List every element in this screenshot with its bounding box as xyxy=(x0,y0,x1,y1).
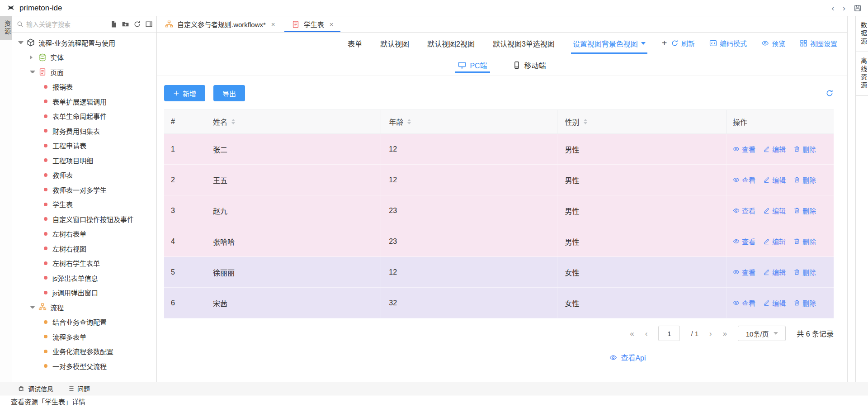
delete-row-button[interactable]: 删除 xyxy=(793,237,816,246)
caret-icon[interactable] xyxy=(30,55,35,60)
tree-item[interactable]: 业务化流程参数配置 xyxy=(12,344,156,359)
tree-group[interactable]: 页面 xyxy=(12,65,156,80)
edit-row-button[interactable]: 编辑 xyxy=(763,237,786,246)
delete-row-button[interactable]: 删除 xyxy=(793,267,816,277)
view-row-button[interactable]: 查看 xyxy=(733,298,755,308)
view-row-button[interactable]: 查看 xyxy=(733,237,755,246)
view-row-button[interactable]: 查看 xyxy=(733,175,755,185)
delete-row-button[interactable]: 删除 xyxy=(793,206,816,215)
tree-item[interactable]: 财务费用归集表 xyxy=(12,123,156,138)
close-icon[interactable]: × xyxy=(271,20,275,28)
tree-item[interactable]: 报销表 xyxy=(12,80,156,95)
delete-row-button[interactable]: 删除 xyxy=(793,175,816,185)
delete-row-button[interactable]: 删除 xyxy=(793,144,816,154)
close-icon[interactable]: × xyxy=(330,20,334,28)
prev-page-button[interactable]: ‹ xyxy=(645,330,648,337)
page-size-select[interactable]: 10条/页 xyxy=(738,326,786,341)
vertical-scrollbar[interactable] xyxy=(848,16,856,382)
edit-row-button[interactable]: 编辑 xyxy=(763,175,786,185)
tree-item[interactable]: 工程申请表 xyxy=(12,138,156,153)
sort-icons[interactable] xyxy=(231,119,235,124)
table-row[interactable]: 5 徐丽丽 12 女性 查看 编辑 删除 xyxy=(164,257,834,288)
save-icon[interactable] xyxy=(854,4,862,12)
view-tab[interactable]: 默认视图2视图 xyxy=(427,33,475,54)
table-row[interactable]: 1 张二 12 男性 查看 编辑 删除 xyxy=(164,134,834,165)
tree-root[interactable]: 流程-业务流程配置与使用 xyxy=(12,35,156,50)
tree-item[interactable]: js弹出表单信息 xyxy=(12,270,156,285)
view-row-button[interactable]: 查看 xyxy=(733,206,755,215)
cell-age: 23 xyxy=(381,195,557,226)
tree-group[interactable]: 实体 xyxy=(12,50,156,65)
bottom-toolbar-item[interactable]: 调试信息 xyxy=(18,384,53,393)
edit-row-button[interactable]: 编辑 xyxy=(763,206,786,215)
tree-item[interactable]: 表单扩展逻辑调用 xyxy=(12,94,156,109)
next-page-button[interactable]: › xyxy=(709,330,712,337)
view-api-link[interactable]: 查看Api xyxy=(293,352,868,363)
tree-item[interactable]: 教师表 xyxy=(12,168,156,183)
tree-item[interactable]: 学生表 xyxy=(12,197,156,212)
chevron-down-icon[interactable] xyxy=(641,42,646,45)
rail-tab-datasource[interactable]: 数据源 xyxy=(856,16,868,52)
view-tab[interactable]: 默认视图 xyxy=(380,33,409,54)
column-header-gender[interactable]: 性别 xyxy=(557,110,726,133)
view-action-button[interactable]: 视图设置 xyxy=(800,38,837,48)
device-option[interactable]: PC端 xyxy=(458,54,487,76)
add-button[interactable]: 新增 xyxy=(164,85,205,101)
history-back-icon[interactable]: ‹ xyxy=(831,4,834,12)
tree-item[interactable]: 结合业务查询配置 xyxy=(12,315,156,330)
doc-import-icon[interactable] xyxy=(110,20,118,28)
view-action-button[interactable]: 预览 xyxy=(761,38,785,48)
sort-icons[interactable] xyxy=(407,119,411,124)
first-page-button[interactable]: « xyxy=(630,330,634,337)
caret-down-icon[interactable] xyxy=(18,41,24,44)
bottom-toolbar-item[interactable]: 问题 xyxy=(67,384,90,393)
tree-item[interactable]: 自定义窗口操作按钮及事件 xyxy=(12,212,156,227)
editor-tab-label: 学生表 xyxy=(304,19,324,29)
view-action-button[interactable]: 编码模式 xyxy=(709,38,747,48)
tree-item[interactable]: 工程项目明细 xyxy=(12,153,156,168)
tree-item[interactable]: 表单生命周起事件 xyxy=(12,109,156,124)
tree-group[interactable]: 流程 xyxy=(12,300,156,315)
tree-item[interactable]: js调用弹出窗口 xyxy=(12,285,156,300)
edit-row-button[interactable]: 编辑 xyxy=(763,298,786,308)
view-tab[interactable]: 表单 xyxy=(348,33,362,54)
history-forward-icon[interactable]: › xyxy=(843,4,845,12)
editor-tab[interactable]: 自定义参与者规则.workflowx* × xyxy=(157,16,283,32)
sort-icons[interactable] xyxy=(584,119,587,124)
collapse-icon[interactable] xyxy=(145,20,153,28)
device-option[interactable]: 移动端 xyxy=(513,54,546,76)
table-row[interactable]: 6 宋茜 32 女性 查看 编辑 删除 xyxy=(164,288,834,318)
view-row-button[interactable]: 查看 xyxy=(733,267,755,277)
delete-row-button[interactable]: 删除 xyxy=(793,298,816,308)
tree-item[interactable]: 一对多模型父流程 xyxy=(12,359,156,374)
folder-icon[interactable] xyxy=(122,20,129,28)
tree-item[interactable]: 左树右表单 xyxy=(12,227,156,242)
view-tab[interactable]: 默认视图3单选视图 xyxy=(493,33,555,54)
page-number-input[interactable]: 1 xyxy=(658,326,680,341)
table-row[interactable]: 2 王五 12 男性 查看 编辑 删除 xyxy=(164,165,834,195)
last-page-button[interactable]: » xyxy=(723,330,727,337)
caret-icon[interactable] xyxy=(30,71,35,73)
view-action-button[interactable]: 刷新 xyxy=(671,38,695,48)
table-row[interactable]: 3 赵九 23 男性 查看 编辑 删除 xyxy=(164,195,834,226)
editor-tab[interactable]: 学生表 × xyxy=(283,16,342,32)
refresh-table-icon[interactable] xyxy=(826,89,834,97)
add-view-button[interactable]: + xyxy=(662,38,667,48)
view-tab[interactable]: 设置视图背景色视图 xyxy=(573,33,646,54)
caret-icon[interactable] xyxy=(30,306,35,308)
tree-item[interactable]: 教师表一对多学生 xyxy=(12,182,156,197)
refresh-gray-icon[interactable] xyxy=(133,20,141,28)
export-button[interactable]: 导出 xyxy=(213,85,245,101)
tree-item[interactable]: 左树右视图 xyxy=(12,241,156,256)
view-row-button[interactable]: 查看 xyxy=(733,144,755,154)
edit-row-button[interactable]: 编辑 xyxy=(763,267,786,277)
rail-tab-resources[interactable]: 资源 xyxy=(0,16,12,40)
search-input[interactable] xyxy=(26,21,107,28)
rail-tab-offline-resources[interactable]: 离线资源 xyxy=(856,52,868,96)
tree-item[interactable]: 左树右学生表单 xyxy=(12,256,156,271)
table-row[interactable]: 4 张哈哈 23 男性 查看 编辑 删除 xyxy=(164,226,834,257)
column-header-name[interactable]: 姓名 xyxy=(205,110,381,133)
edit-row-button[interactable]: 编辑 xyxy=(763,144,786,154)
column-header-age[interactable]: 年龄 xyxy=(381,110,557,133)
tree-item[interactable]: 流程多表单 xyxy=(12,329,156,344)
